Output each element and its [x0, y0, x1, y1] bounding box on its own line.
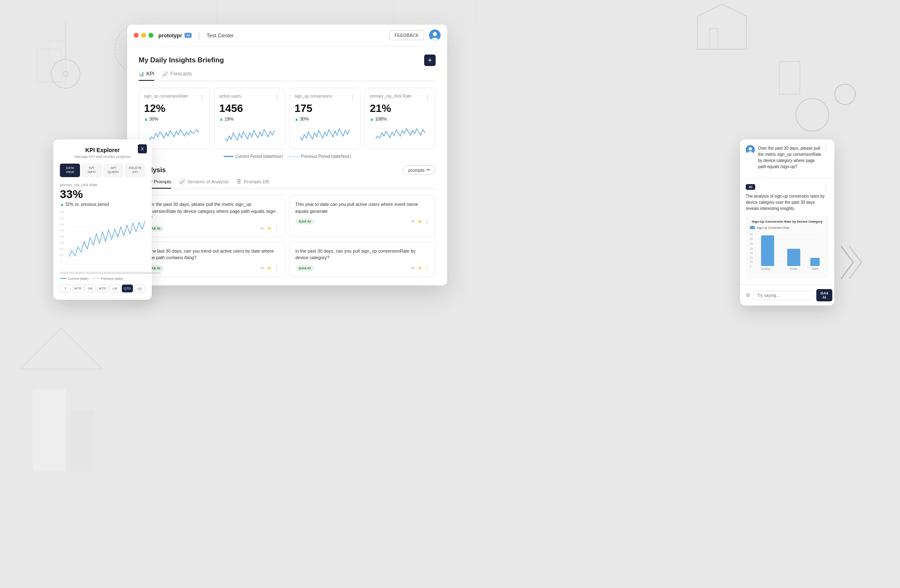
tab-forecasts[interactable]: 📈 Forecasts	[162, 71, 192, 81]
kpi-explorer-close-button[interactable]: X	[138, 144, 147, 153]
svg-rect-14	[710, 29, 718, 49]
more-icon-3[interactable]: ⋮	[425, 265, 429, 271]
kpi-chart-legend: Current Period (dateHour) Previous Perio…	[139, 154, 436, 159]
legend-current-line	[224, 156, 233, 157]
prompt-card-2: In the last 30 days, can you trend out a…	[139, 242, 285, 277]
kpi-menu-1[interactable]: ⋮	[274, 94, 280, 100]
kpi-value-0: 12%	[144, 102, 205, 115]
edit-icon-0[interactable]: ✏	[260, 226, 265, 231]
legend-previous-dashed	[289, 156, 299, 157]
svg-text:45: 45	[750, 237, 753, 240]
prompts-btn-icon: ✏	[427, 167, 430, 173]
kpi-card-3: primary_cta_click Rate ⋮ 21% ▲ 108%	[365, 88, 436, 149]
ai-chat-input[interactable]	[754, 291, 813, 300]
chat-menu-icon[interactable]: ⋮	[823, 145, 829, 152]
star-icon-0[interactable]: ★	[267, 226, 272, 231]
trend-icon-2: ▲	[295, 117, 299, 121]
kpi-explorer-subtitle: Manage KPI and monitor progress	[60, 155, 145, 159]
traffic-light-red[interactable]	[134, 33, 139, 38]
ai-panel: ⋮ Over the past 30 days, please pull the…	[740, 139, 834, 305]
streams-icon: 📈	[179, 179, 185, 185]
add-insight-button[interactable]: +	[424, 55, 436, 66]
kpi-nav-delete-kpi[interactable]: DELETEKPI	[125, 164, 145, 177]
ai-legend-box	[750, 226, 755, 229]
star-icon-1[interactable]: ★	[418, 219, 422, 224]
settings-icon[interactable]: ⚙	[746, 292, 750, 298]
time-btn-lw[interactable]: LW	[85, 285, 96, 292]
browser-content: My Daily Insights Briefing + 📊 KPI 📈 For…	[127, 46, 447, 285]
edit-icon-3[interactable]: ✏	[411, 265, 415, 271]
traffic-light-green[interactable]	[148, 33, 153, 38]
promptsdb-icon: 🗄	[237, 179, 242, 184]
analysis-tabs: >_ My Prompts 📈 Streams of Analysis 🗄 Pr…	[139, 179, 436, 189]
ai-send-button[interactable]: GA4 AI	[816, 289, 832, 301]
kpi-menu-0[interactable]: ⋮	[199, 94, 205, 100]
analysis-section: Analysis prompts ✏ >_ My Prompts 📈 Strea…	[139, 165, 436, 277]
svg-point-24	[433, 32, 437, 36]
kpi-value-3: 21%	[370, 102, 431, 115]
prompts-button[interactable]: prompts ✏	[403, 165, 436, 175]
trend-icon-0: ▲	[144, 117, 148, 121]
prompt-footer-3: GA4 AI ✏ ★ ⋮	[295, 265, 429, 271]
svg-rect-45	[761, 235, 774, 266]
prompt-cards-grid: Over the past 30 days, please pull the m…	[139, 195, 436, 277]
more-icon-2[interactable]: ⋮	[274, 265, 279, 271]
svg-point-0	[51, 59, 80, 88]
kpi-nav-data-view[interactable]: DATAVIEW	[60, 164, 80, 177]
svg-rect-3	[37, 49, 62, 82]
streams-label: Streams of Analysis	[187, 179, 228, 184]
prompt-badge-1: GA4 AI	[295, 219, 314, 224]
star-icon-3[interactable]: ★	[418, 265, 422, 271]
svg-rect-47	[810, 258, 820, 266]
user-avatar[interactable]	[429, 30, 441, 41]
time-btn-y[interactable]: Y	[60, 285, 71, 292]
tab-streams-of-analysis[interactable]: 📈 Streams of Analysis	[179, 179, 228, 189]
kpi-tab-icon: 📊	[139, 71, 144, 77]
ai-chat-text: Over the past 30 days, please pull the m…	[758, 145, 823, 170]
time-btn-qtd[interactable]: QTD	[122, 285, 133, 292]
prompt-text-3: in the past 30 days, can you pull sign_u…	[295, 248, 429, 261]
ai-chat-header: Over the past 30 days, please pull the m…	[746, 145, 823, 170]
legend-current-label: Current Period (dateHour)	[235, 154, 283, 159]
prompt-footer-0: GA4 AI ✏ ★ ⋮	[145, 226, 279, 231]
svg-rect-4	[49, 41, 66, 82]
traffic-light-yellow[interactable]	[141, 33, 146, 38]
feedback-button[interactable]: FEEDBACK	[389, 30, 424, 40]
browser-titlebar: prototypr AI | Test Center FEEDBACK	[127, 25, 447, 46]
sparkline-2	[295, 125, 355, 143]
svg-text:Mobile: Mobile	[790, 267, 797, 270]
kpi-nav-api-query[interactable]: APIQUERY	[103, 164, 123, 177]
prompt-card-3: in the past 30 days, can you pull sign_u…	[289, 242, 436, 277]
svg-text:20: 20	[750, 260, 753, 263]
kpi-menu-3[interactable]: ⋮	[425, 94, 430, 100]
kpi-menu-2[interactable]: ⋮	[349, 94, 355, 100]
edit-icon-2[interactable]: ✏	[260, 265, 265, 271]
svg-rect-8	[779, 62, 800, 94]
svg-rect-9	[33, 390, 66, 472]
kpi-explorer-window: X KPI Explorer Manage KPI and monitor pr…	[53, 139, 152, 300]
kpi-nav-buttons: DATAVIEW KPIINFO APIQUERY DELETEKPI	[60, 164, 145, 177]
time-period-buttons: Y WTD LW MTD LM QTD LQ	[60, 285, 145, 292]
star-icon-2[interactable]: ★	[267, 265, 272, 271]
ai-bar-chart-svg: 50 45 40 35 30 25 20 5	[750, 232, 825, 273]
prompt-actions-3: ✏ ★ ⋮	[411, 265, 429, 271]
tab-prompts-db[interactable]: 🗄 Prompts DB	[237, 179, 269, 189]
time-btn-mtd[interactable]: MTD	[97, 285, 108, 292]
ai-chat-avatar	[746, 145, 755, 154]
more-icon-0[interactable]: ⋮	[274, 226, 279, 231]
svg-rect-10	[70, 410, 94, 472]
kpi-nav-kpi-info[interactable]: KPIINFO	[82, 164, 102, 177]
time-btn-lq[interactable]: LQ	[134, 285, 145, 292]
kpi-change-3: ▲ 108%	[370, 116, 431, 121]
tab-kpi[interactable]: 📊 KPI	[139, 71, 154, 81]
response-menu-icon[interactable]: ⋮	[823, 184, 829, 191]
edit-icon-1[interactable]: ✏	[411, 219, 415, 224]
kpi-change-small: ▲ 32% vs. previous period	[60, 202, 145, 207]
time-btn-lm[interactable]: LM	[110, 285, 121, 292]
prompt-footer-1: GA4 AI ✏ ★ ⋮	[295, 219, 429, 224]
kpi-value-1: 1456	[219, 102, 280, 115]
legend-current-line	[60, 278, 66, 279]
ai-bar-chart: Sign-Up Conversion Rate by Device Catego…	[746, 216, 829, 278]
more-icon-1[interactable]: ⋮	[425, 219, 429, 224]
time-btn-wtd[interactable]: WTD	[72, 285, 83, 292]
